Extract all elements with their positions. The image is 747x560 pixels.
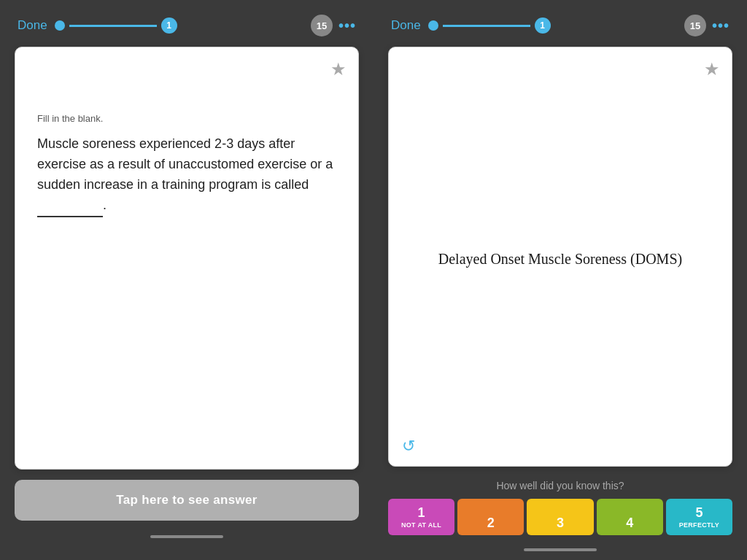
tap-to-see-answer-button[interactable]: Tap here to see answer [15,480,359,521]
left-star-icon[interactable]: ★ [330,59,347,79]
right-progress-dot [428,20,438,31]
left-top-bar: Done 1 15 ••• [15,15,359,36]
left-done-button[interactable]: Done [18,18,47,33]
rating-button-1[interactable]: 1 NOT AT ALL [388,499,454,535]
left-progress-line [69,25,157,27]
left-flashcard[interactable]: ★ Fill in the blank. Muscle soreness exp… [15,47,359,470]
right-more-button[interactable]: ••• [712,18,729,34]
right-progress-step: 1 [535,18,551,34]
rating-sub-5: PERFECTLY [679,521,719,529]
right-star-icon[interactable]: ★ [704,59,720,79]
rating-num-2: 2 [487,516,495,529]
left-more-button[interactable]: ••• [338,18,356,34]
right-count-badge: 15 [684,15,706,36]
card-answer-text: Delayed Onset Muscle Soreness (DOMS) [438,248,682,270]
rating-num-1: 1 [418,506,425,519]
right-flashcard[interactable]: ★ Delayed Onset Muscle Soreness (DOMS) ↺ [388,47,732,467]
rating-section: How well did you know this? 1 NOT AT ALL… [388,480,732,548]
right-progress-line [443,25,530,27]
rating-num-3: 3 [557,516,564,529]
card-question-text: Muscle soreness experienced 2-3 days aft… [37,134,336,217]
left-progress-dot [55,20,65,31]
fill-in-label: Fill in the blank. [37,113,336,124]
left-progress-area: 1 [55,18,311,34]
left-panel: Done 1 15 ••• ★ Fill in the blank. Muscl… [0,0,374,560]
left-count-badge: 15 [311,15,333,36]
left-bottom-indicator [150,535,223,538]
left-progress-step: 1 [161,18,177,34]
rating-num-5: 5 [695,506,703,519]
rating-buttons: 1 NOT AT ALL 2 3 4 5 PERFECTLY [388,499,732,535]
right-top-bar: Done 1 15 ••• [388,15,732,36]
app-container: Done 1 15 ••• ★ Fill in the blank. Muscl… [0,0,747,560]
rating-button-5[interactable]: 5 PERFECTLY [666,499,732,535]
rating-button-3[interactable]: 3 [527,499,593,535]
flip-icon[interactable]: ↺ [402,437,415,456]
right-progress-area: 1 [428,18,684,34]
right-bottom-indicator [524,548,597,551]
rating-button-2[interactable]: 2 [457,499,524,535]
right-panel: Done 1 15 ••• ★ Delayed Onset Muscle Sor… [374,0,747,560]
rating-button-4[interactable]: 4 [597,499,663,535]
right-done-button[interactable]: Done [391,18,421,33]
rating-label: How well did you know this? [388,480,732,491]
rating-num-4: 4 [626,516,633,529]
rating-sub-1: NOT AT ALL [401,521,441,529]
fill-blank [37,195,103,217]
